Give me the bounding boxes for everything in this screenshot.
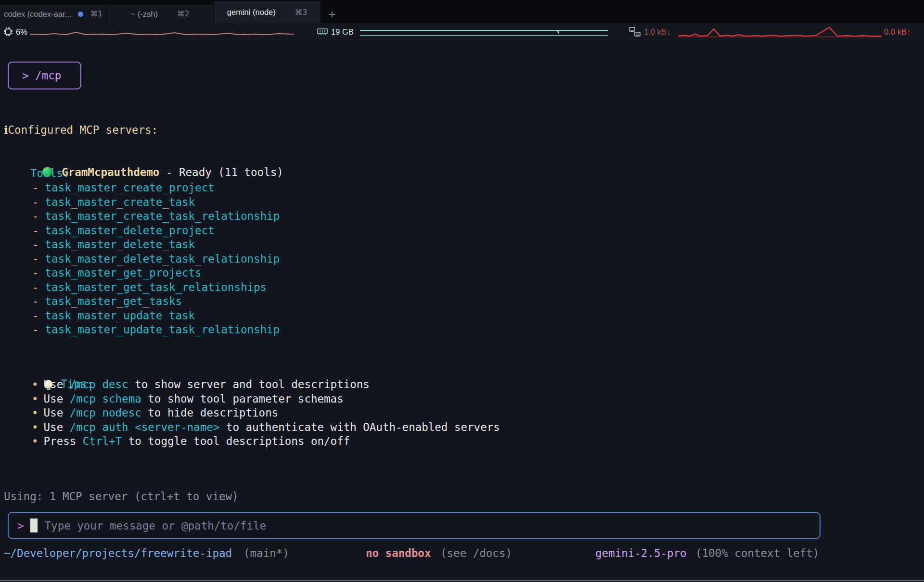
tool-item: -task_master_get_projects <box>32 266 202 280</box>
tool-item: -task_master_create_task_relationship <box>32 209 280 224</box>
cpu-value: 6% <box>16 27 27 37</box>
bullet: • <box>32 421 38 433</box>
network-up: 0.0 kB↑ <box>884 23 911 40</box>
dash: - <box>32 253 39 265</box>
sandbox-note: (see /docs) <box>440 546 512 561</box>
tip-prefix: Press <box>44 435 83 447</box>
tab-codex[interactable]: codex (codex-aar... ⌘1 <box>0 5 107 23</box>
message-input[interactable]: > Type your message or @path/to/file <box>8 512 821 539</box>
tip-command: /mcp schema <box>70 392 141 405</box>
tool-name: task_master_create_project <box>45 181 215 194</box>
tip-command: /mcp desc <box>70 378 128 391</box>
tool-name: task_master_delete_project <box>45 224 215 237</box>
tool-name: task_master_delete_task_relationship <box>45 253 280 265</box>
tip-command: /mcp nodesc <box>70 406 141 419</box>
bullet: • <box>32 435 38 447</box>
tip-suffix: to show server and tool descriptions <box>128 378 370 391</box>
tab-codex-label: codex (codex-aar... <box>4 10 71 19</box>
dash: - <box>32 295 39 307</box>
git-branch: (main*) <box>244 546 289 561</box>
tip-item: •Use /mcp desc to show server and tool d… <box>32 378 370 392</box>
dash: - <box>32 210 39 222</box>
tool-item: -task_master_delete_task <box>32 238 195 252</box>
memory-graph <box>360 23 608 40</box>
dash: - <box>32 224 39 237</box>
mcp-command-box: > /mcp <box>8 62 81 89</box>
text-cursor <box>30 519 38 532</box>
tool-name: task_master_get_task_relationships <box>45 281 267 293</box>
tool-item: -task_master_get_tasks <box>32 294 182 309</box>
tab-gemini[interactable]: gemini (node) ⌘3 <box>214 1 321 23</box>
tip-suffix: to authenticate with OAuth-enabled serve… <box>219 421 500 433</box>
model-name: gemini-2.5-pro <box>595 546 687 561</box>
tab-zsh[interactable]: ~ (-zsh) ⌘2 <box>107 5 214 23</box>
cpu-graph <box>30 23 294 40</box>
tip-prefix: Use <box>44 406 70 419</box>
tools-label: Tools: <box>30 166 69 181</box>
cpu-icon <box>3 26 13 37</box>
tab-gemini-label: gemini (node) <box>227 8 276 17</box>
tool-item: -task_master_get_task_relationships <box>32 280 267 295</box>
dash: - <box>32 281 39 293</box>
new-tab-button[interactable]: + <box>322 5 342 23</box>
network-down-value: 1.0 kB↓ <box>644 27 670 37</box>
tip-suffix: to hide descriptions <box>141 406 278 419</box>
tab-zsh-label: ~ (-zsh) <box>131 10 158 19</box>
tool-item: -task_master_delete_task_relationship <box>32 252 280 266</box>
context-remaining: (100% context left) <box>695 546 819 561</box>
server-status: - Ready (11 tools) <box>159 166 283 178</box>
tool-name: task_master_delete_task <box>45 238 195 251</box>
tip-item: •Press Ctrl+T to toggle tool description… <box>32 434 350 449</box>
tab-bar: codex (codex-aar... ⌘1 ~ (-zsh) ⌘2 gemin… <box>0 0 924 23</box>
memory-icon <box>317 26 328 37</box>
dash: - <box>32 181 39 194</box>
mcp-command-text: > /mcp <box>22 69 61 82</box>
bullet: • <box>32 392 38 405</box>
tool-name: task_master_update_task <box>45 309 195 322</box>
info-icon: ℹ <box>4 124 8 136</box>
window-bottom-edge <box>0 580 924 581</box>
server-name: GramMcpauthdemo <box>62 166 159 178</box>
tool-name: task_master_create_task <box>45 196 195 208</box>
tip-text: Press Ctrl+T to toggle tool descriptions… <box>44 435 350 447</box>
tip-text: Use /mcp auth <server-name> to authentic… <box>44 421 500 433</box>
tip-command: /mcp auth <server-name> <box>70 421 220 433</box>
tips-header: Tips: <box>18 363 93 377</box>
dash: - <box>32 238 39 251</box>
servers-header: ℹConfigured MCP servers: <box>4 123 158 138</box>
tab-codex-shortcut: ⌘1 <box>90 10 102 18</box>
tip-text: Use /mcp desc to show server and tool de… <box>44 378 370 391</box>
network-graph <box>679 23 882 40</box>
tip-prefix: Use <box>44 421 70 433</box>
input-placeholder: Type your message or @path/to/file <box>45 519 267 532</box>
dash: - <box>32 323 39 336</box>
network-up-value: 0.0 kB↑ <box>884 27 911 37</box>
server-row: GramMcpauthdemo - Ready (11 tools) <box>16 151 283 165</box>
tab-gemini-shortcut: ⌘3 <box>295 8 307 17</box>
tip-prefix: Use <box>44 392 70 405</box>
tip-item: •Use /mcp auth <server-name> to authenti… <box>32 420 500 435</box>
sandbox-status: no sandbox <box>366 546 431 561</box>
servers-header-text: Configured MCP servers: <box>8 124 158 136</box>
status-bar: 6% 19 GB 1.0 kB↓ <box>0 23 924 40</box>
bullet: • <box>32 406 38 419</box>
tip-command: Ctrl+T <box>83 435 122 447</box>
tool-item: -task_master_update_task_relationship <box>32 323 280 337</box>
tab-zsh-shortcut: ⌘2 <box>177 10 189 18</box>
dash: - <box>32 196 39 208</box>
dash: - <box>32 309 39 322</box>
tab-activity-dot <box>78 12 83 17</box>
tip-text: Use /mcp schema to show tool parameter s… <box>44 392 344 405</box>
tool-item: -task_master_delete_project <box>32 224 215 238</box>
tool-name: task_master_create_task_relationship <box>45 210 280 222</box>
terminal-window: codex (codex-aar... ⌘1 ~ (-zsh) ⌘2 gemin… <box>0 0 924 582</box>
bullet: • <box>32 378 38 391</box>
tool-item: -task_master_update_task <box>32 309 195 323</box>
tool-name: task_master_get_projects <box>45 266 202 279</box>
tip-suffix: to toggle tool descriptions on/off <box>122 435 350 447</box>
working-directory: ~/Developer/projects/freewrite-ipad <box>4 546 232 561</box>
tool-name: task_master_update_task_relationship <box>45 323 280 336</box>
tip-prefix: Use <box>44 378 70 391</box>
tip-item: •Use /mcp schema to show tool parameter … <box>32 392 344 406</box>
dash: - <box>32 266 39 279</box>
